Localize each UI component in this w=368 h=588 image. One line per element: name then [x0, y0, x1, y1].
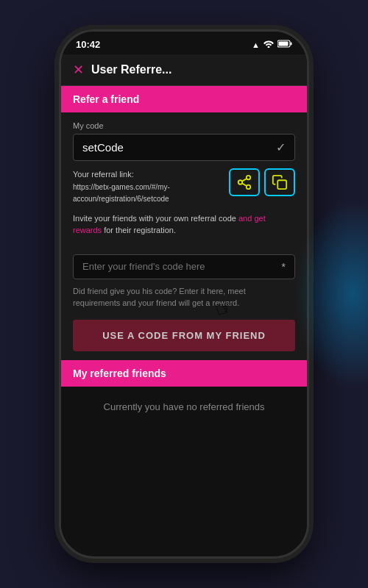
no-friends-text: Currently you have no referred friends	[61, 387, 307, 427]
status-icons: ▲	[252, 40, 292, 49]
notch	[140, 32, 228, 49]
referral-link-row: Your referral link: https://betx-games.c…	[73, 168, 295, 205]
refer-friend-header: Refer a friend	[61, 86, 307, 112]
friend-code-input[interactable]	[82, 261, 282, 272]
signal-icon: ▲	[252, 40, 260, 49]
phone-frame: 10:42 ▲ ✕ User Ref	[59, 29, 309, 559]
svg-rect-2	[279, 42, 289, 46]
my-code-label: My code	[73, 121, 295, 130]
action-buttons	[229, 168, 295, 196]
friend-code-hint: Did friend give you his code? Enter it h…	[73, 285, 295, 309]
copy-button[interactable]	[264, 168, 295, 196]
referral-link: https://betx-games.com/#/my-accoun/regis…	[73, 183, 170, 204]
top-navigation-bar: ✕ User Referre...	[61, 54, 307, 86]
share-button[interactable]	[229, 168, 260, 196]
wifi-icon	[263, 40, 274, 49]
referral-link-text: Your referral link: https://betx-games.c…	[73, 168, 222, 205]
screen-content: Refer a friend My code ✓ Your referral l…	[61, 86, 307, 545]
time: 10:42	[76, 39, 100, 50]
svg-line-7	[242, 179, 247, 182]
svg-rect-8	[277, 180, 286, 189]
use-code-button[interactable]: USE A CODE FROM MY FRIEND	[73, 320, 295, 351]
my-code-input-row: ✓	[73, 134, 295, 161]
referred-friends-header: My referred friends	[61, 360, 307, 387]
referred-section: My referred friends Currently you have n…	[61, 360, 307, 427]
my-code-input[interactable]	[82, 141, 276, 154]
svg-rect-1	[291, 43, 292, 46]
invite-text: Invite your friends with your own referr…	[73, 212, 295, 237]
required-asterisk: *	[282, 261, 286, 273]
friend-code-input-row: *	[73, 254, 295, 279]
friend-code-section: * Did friend give you his code? Enter it…	[61, 245, 307, 360]
svg-line-6	[242, 183, 247, 186]
close-button[interactable]: ✕	[73, 62, 84, 78]
page-title: User Referre...	[91, 63, 171, 76]
code-section: My code ✓ Your referral link: https://be…	[61, 112, 307, 245]
check-icon: ✓	[276, 140, 286, 154]
battery-icon	[277, 40, 292, 49]
